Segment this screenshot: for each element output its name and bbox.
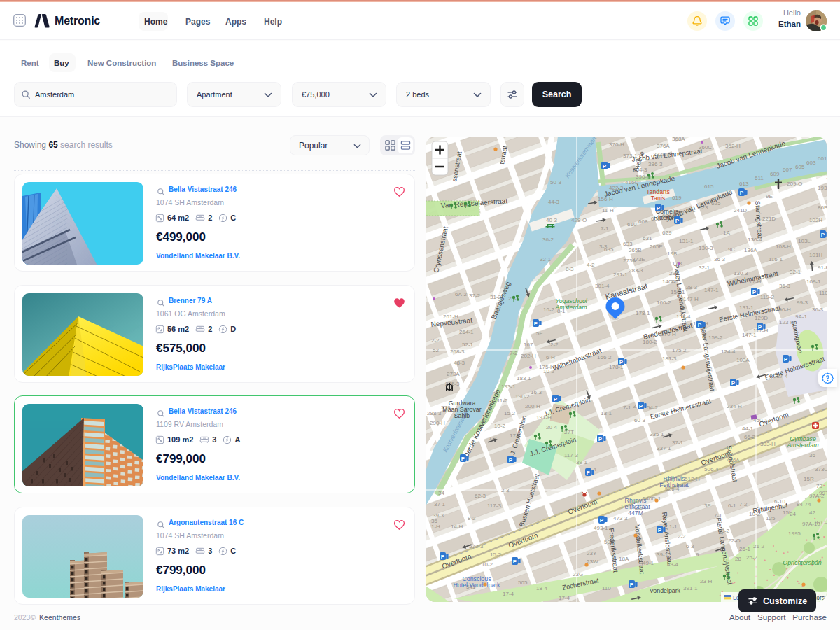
svg-text:268-3: 268-3 — [450, 349, 465, 355]
svg-text:28-3: 28-3 — [686, 284, 698, 290]
svg-text:18-4: 18-4 — [536, 585, 548, 592]
svg-text:52-1: 52-1 — [462, 342, 474, 348]
svg-text:376A: 376A — [657, 143, 670, 149]
svg-text:633: 633 — [623, 241, 633, 247]
svg-text:26-1: 26-1 — [739, 546, 751, 552]
svg-text:103A: 103A — [736, 357, 750, 363]
svg-text:631: 631 — [643, 235, 652, 241]
svg-text:193-3: 193-3 — [818, 185, 827, 191]
svg-text:9E: 9E — [766, 193, 773, 200]
svg-text:283-3: 283-3 — [629, 267, 643, 274]
svg-text:9C: 9C — [728, 246, 735, 253]
svg-text:619: 619 — [672, 195, 682, 201]
svg-text:6A-2: 6A-2 — [455, 291, 467, 298]
svg-text:7-1: 7-1 — [623, 405, 631, 411]
svg-text:P: P — [441, 554, 445, 560]
svg-text:167: 167 — [524, 342, 533, 348]
svg-text:7-2: 7-2 — [510, 350, 518, 356]
svg-text:110A: 110A — [819, 290, 827, 296]
svg-text:17-4: 17-4 — [559, 595, 570, 601]
svg-text:19B: 19B — [667, 251, 677, 257]
svg-text:265B: 265B — [629, 247, 642, 253]
svg-text:335-1: 335-1 — [650, 431, 664, 438]
svg-text:P: P — [461, 456, 465, 462]
svg-text:136A: 136A — [744, 247, 757, 253]
svg-text:166-2: 166-2 — [597, 354, 612, 360]
svg-text:P: P — [587, 470, 591, 476]
svg-text:175-2: 175-2 — [672, 347, 687, 354]
svg-text:39-3: 39-3 — [433, 512, 444, 519]
svg-text:P: P — [758, 324, 762, 330]
svg-text:1A: 1A — [723, 230, 730, 236]
svg-text:P: P — [698, 322, 702, 328]
svg-text:352-H: 352-H — [725, 143, 741, 149]
svg-text:130-3: 130-3 — [699, 245, 713, 251]
svg-text:P: P — [509, 457, 513, 463]
svg-text:181-3: 181-3 — [662, 356, 677, 362]
svg-text:99-3: 99-3 — [797, 300, 808, 306]
svg-text:P: P — [513, 559, 517, 565]
svg-text:2-2: 2-2 — [550, 342, 559, 348]
svg-text:44-1: 44-1 — [742, 426, 754, 432]
svg-text:615: 615 — [704, 183, 714, 190]
svg-text:23Y: 23Y — [587, 550, 597, 556]
svg-text:23-H: 23-H — [700, 578, 713, 584]
svg-text:611: 611 — [755, 175, 764, 181]
svg-text:66-2: 66-2 — [744, 434, 756, 440]
svg-text:16-3: 16-3 — [531, 389, 542, 396]
svg-text:629: 629 — [662, 230, 672, 236]
svg-text:102H: 102H — [809, 217, 822, 223]
svg-text:20-4: 20-4 — [546, 424, 558, 430]
svg-text:7-2: 7-2 — [739, 501, 748, 507]
svg-text:GymbaseAmsterdam: GymbaseAmsterdam — [787, 435, 819, 449]
svg-text:383-H: 383-H — [760, 441, 776, 447]
svg-text:288-3: 288-3 — [427, 410, 442, 416]
svg-text:124-4: 124-4 — [721, 349, 736, 355]
svg-text:4-2: 4-2 — [587, 262, 595, 268]
svg-text:84-74: 84-74 — [797, 501, 811, 507]
svg-text:11-H: 11-H — [602, 207, 614, 214]
svg-text:108-H: 108-H — [776, 244, 791, 250]
svg-text:P: P — [639, 403, 643, 410]
svg-text:110: 110 — [602, 585, 611, 592]
svg-text:40-3: 40-3 — [546, 217, 558, 223]
svg-text:13-1: 13-1 — [601, 410, 612, 416]
svg-text:P: P — [600, 517, 604, 524]
svg-text:36-3: 36-3 — [779, 283, 791, 289]
svg-text:5F: 5F — [536, 330, 542, 337]
svg-text:97C-13: 97C-13 — [815, 519, 827, 526]
svg-text:62-3: 62-3 — [475, 493, 486, 499]
svg-text:36: 36 — [809, 452, 816, 458]
svg-text:119-2: 119-2 — [760, 294, 774, 300]
svg-text:16-2: 16-2 — [543, 307, 555, 313]
svg-text:22-O: 22-O — [728, 538, 741, 544]
svg-text:8-2: 8-2 — [468, 515, 476, 522]
svg-text:131-1: 131-1 — [679, 238, 694, 244]
svg-text:264-1: 264-1 — [459, 329, 474, 335]
svg-text:178-1: 178-1 — [636, 310, 650, 316]
svg-text:290-H: 290-H — [430, 420, 445, 426]
svg-text:117-3: 117-3 — [487, 503, 501, 509]
svg-text:91-H: 91-H — [818, 265, 827, 271]
svg-text:P: P — [821, 232, 825, 238]
svg-text:3F: 3F — [704, 503, 710, 509]
svg-text:605: 605 — [795, 164, 805, 170]
svg-text:609: 609 — [770, 171, 780, 177]
svg-text:P: P — [784, 356, 788, 363]
svg-text:P: P — [534, 321, 538, 327]
svg-text:21-2: 21-2 — [753, 543, 765, 550]
svg-text:391-1: 391-1 — [683, 585, 698, 592]
svg-text:34: 34 — [438, 490, 444, 496]
svg-text:610: 610 — [627, 221, 637, 227]
svg-text:1-H: 1-H — [431, 524, 440, 530]
svg-text:39-1: 39-1 — [576, 459, 588, 465]
svg-text:191: 191 — [826, 174, 827, 180]
svg-text:190-2: 190-2 — [515, 393, 530, 400]
svg-text:28: 28 — [735, 556, 741, 562]
svg-text:2-2: 2-2 — [678, 533, 686, 540]
svg-text:125: 125 — [766, 515, 776, 522]
svg-text:50-3: 50-3 — [550, 179, 562, 186]
svg-text:2-3: 2-3 — [501, 487, 510, 493]
svg-text:32-1: 32-1 — [790, 269, 802, 275]
svg-text:6-3: 6-3 — [686, 543, 694, 550]
